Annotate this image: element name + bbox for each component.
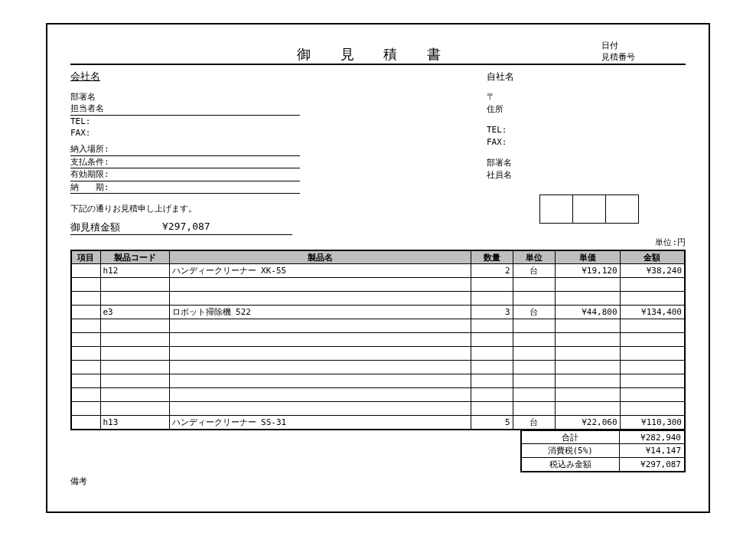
table-row (71, 319, 685, 333)
grand-label: 税込み金額 (521, 458, 619, 472)
notice-text: 下記の通りお見積申し上げます。 (70, 203, 346, 214)
remarks-label: 備考 (70, 476, 686, 487)
client-person-label: 担当者名 (70, 103, 300, 115)
table-row: h13ハンディークリーナー SS-315台¥22,060¥110,300 (71, 416, 685, 430)
payment-terms: 支払条件: (70, 156, 300, 168)
cell-amount: ¥134,400 (620, 306, 685, 319)
cell-unit (513, 388, 555, 402)
cell-unit: 台 (513, 306, 555, 319)
meta-block: 日付 見積番号 (601, 40, 686, 64)
client-tel-label: TEL: (70, 116, 346, 127)
summary-table: 合計 ¥282,940 消費税(5%) ¥14,147 税込み金額 ¥297,0… (520, 430, 686, 472)
cell-unit: 台 (513, 416, 555, 430)
table-row (71, 388, 685, 402)
cell-price: ¥22,060 (555, 416, 620, 430)
cell-name (169, 292, 471, 306)
table-row (71, 278, 685, 292)
subtotal-label: 合計 (521, 430, 619, 444)
col-price: 単価 (555, 250, 620, 264)
grand-row: 税込み金額 ¥297,087 (521, 458, 685, 472)
cell-code (100, 402, 169, 416)
cell-name (169, 278, 471, 292)
cell-no (71, 278, 100, 292)
cell-unit (513, 347, 555, 361)
cell-no (71, 402, 100, 416)
cell-qty (471, 278, 513, 292)
table-header-row: 項目 製品コード 製品名 数量 単位 単価 金額 (71, 250, 685, 264)
supplier-fax-label: FAX: (487, 136, 686, 149)
cell-name: ロボット掃除機 522 (169, 306, 471, 319)
cell-price (555, 361, 620, 374)
cell-price (555, 292, 620, 306)
cell-price (555, 402, 620, 416)
cell-code (100, 333, 169, 347)
cell-code (100, 319, 169, 333)
total-label: 御見積金額 (70, 221, 162, 234)
cell-name: ハンディークリーナー XK-55 (169, 264, 471, 278)
table-row (71, 402, 685, 416)
col-qty: 数量 (471, 250, 513, 264)
cell-price (555, 374, 620, 388)
cell-qty (471, 319, 513, 333)
cell-amount (620, 347, 685, 361)
terms-block: 納入場所: 支払条件: 有効期限: 納 期: (70, 143, 346, 194)
cell-price: ¥19,120 (555, 264, 620, 278)
table-row: e3ロボット掃除機 5223台¥44,800¥134,400 (71, 306, 685, 319)
cell-price (555, 347, 620, 361)
cell-price (555, 278, 620, 292)
cell-amount (620, 402, 685, 416)
cell-no (71, 347, 100, 361)
table-row (71, 333, 685, 347)
cell-name (169, 347, 471, 361)
cell-amount (620, 388, 685, 402)
cell-name (169, 388, 471, 402)
cell-code (100, 388, 169, 402)
supplier-block: 自社名 〒 住所 TEL: FAX: 部署名 社員名 (487, 70, 686, 235)
cell-no (71, 319, 100, 333)
col-name: 製品名 (169, 250, 471, 264)
unit-note: 単位:円 (70, 237, 686, 248)
col-amount: 金額 (620, 250, 685, 264)
cell-amount (620, 333, 685, 347)
amount-row: 御見積金額 ¥297,087 (70, 221, 346, 235)
date-label: 日付 (601, 40, 686, 51)
cell-amount: ¥38,240 (620, 264, 685, 278)
cell-code (100, 374, 169, 388)
quotation-page: 御 見 積 書 日付 見積番号 会社名 部署名 担当者名 TEL: FAX: 納… (46, 23, 710, 513)
cell-name (169, 361, 471, 374)
cell-no (71, 333, 100, 347)
cell-name: ハンディークリーナー SS-31 (169, 416, 471, 430)
cell-price: ¥44,800 (555, 306, 620, 319)
cell-no (71, 416, 100, 430)
cell-unit (513, 361, 555, 374)
header-row: 御 見 積 書 日付 見積番号 (70, 40, 686, 65)
cell-amount (620, 278, 685, 292)
cell-unit (513, 374, 555, 388)
client-fax-label: FAX: (70, 127, 346, 139)
cell-amount (620, 374, 685, 388)
cell-unit (513, 319, 555, 333)
tax-row: 消費税(5%) ¥14,147 (521, 444, 685, 458)
cell-price (555, 333, 620, 347)
supplier-tel-label: TEL: (487, 124, 686, 137)
delivery-place: 納入場所: (70, 143, 300, 155)
cell-no (71, 292, 100, 306)
cell-qty: 5 (471, 416, 513, 430)
cell-code: e3 (100, 306, 169, 319)
cell-qty (471, 361, 513, 374)
cell-code (100, 361, 169, 374)
col-no: 項目 (71, 250, 100, 264)
cell-code: h13 (100, 416, 169, 430)
cell-no (71, 374, 100, 388)
stamp-box-1 (539, 194, 573, 224)
supplier-staff-label: 社員名 (487, 169, 686, 182)
cell-amount (620, 361, 685, 374)
table-row: h12ハンディークリーナー XK-552台¥19,120¥38,240 (71, 264, 685, 278)
supplier-dept-label: 部署名 (487, 157, 686, 170)
client-company-label: 会社名 (70, 70, 100, 83)
cell-unit: 台 (513, 264, 555, 278)
supplier-company-label: 自社名 (487, 70, 686, 83)
cell-no (71, 388, 100, 402)
cell-unit (513, 402, 555, 416)
stamp-boxes (540, 194, 686, 224)
